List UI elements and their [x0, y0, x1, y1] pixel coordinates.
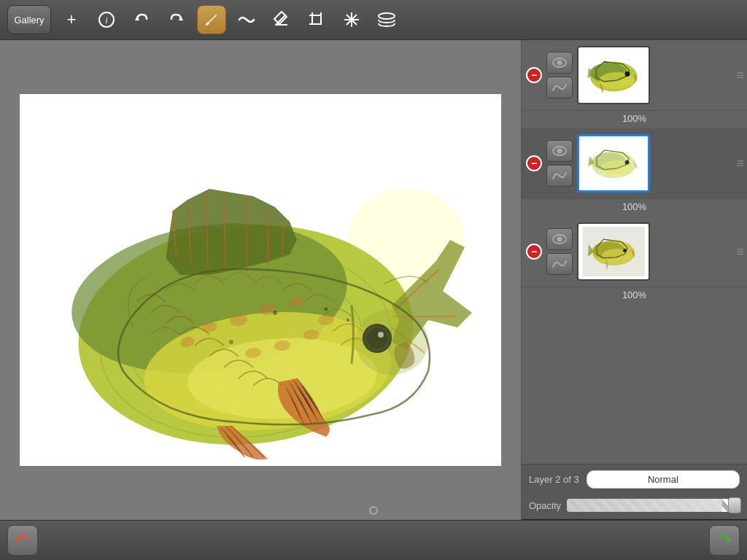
layer-opacity-display: 100% [522, 111, 747, 128]
layer-item: − [522, 128, 747, 199]
svg-point-52 [557, 149, 562, 154]
opacity-bar-row: Opacity [522, 494, 747, 519]
svg-point-50 [624, 71, 630, 77]
svg-marker-71 [15, 537, 21, 542]
layer-info-label: Layer 2 of 3 [529, 474, 579, 485]
layer-delete-button[interactable]: − [526, 244, 542, 260]
layer-thumbnail[interactable] [577, 222, 650, 281]
svg-point-64 [623, 249, 627, 252]
page-indicator [369, 506, 378, 515]
svg-point-40 [273, 311, 277, 315]
layer-controls [546, 52, 573, 98]
layer-visibility-button[interactable] [546, 140, 573, 162]
layer-delete-button[interactable]: − [526, 155, 542, 171]
layer-item: − [522, 40, 747, 111]
info-button[interactable]: i [92, 5, 121, 34]
opacity-slider-fill [567, 499, 722, 512]
layer-visibility-button[interactable] [546, 228, 573, 250]
layer-controls [546, 140, 573, 187]
layer-curve-button[interactable] [546, 253, 573, 275]
layer-visibility-button[interactable] [546, 52, 573, 74]
svg-point-30 [355, 309, 428, 375]
layer-info-bar: Layer 2 of 3 Normal [522, 464, 747, 494]
layers-panel: − [521, 40, 747, 560]
undo-button[interactable] [127, 5, 156, 34]
layer-curve-button[interactable] [546, 165, 573, 187]
gallery-button[interactable]: Gallery [7, 5, 51, 34]
smudge-button[interactable] [232, 5, 261, 34]
redo-bottom-button[interactable] [709, 525, 740, 556]
eraser-button[interactable] [267, 5, 296, 34]
layers-list: − [522, 40, 747, 464]
svg-text:i: i [105, 15, 108, 26]
layer-thumbnail[interactable] [577, 46, 650, 104]
undo-bottom-button[interactable] [7, 525, 38, 556]
opacity-label: Opacity [529, 500, 561, 511]
layer-drag-handle[interactable]: ≡ [736, 69, 744, 82]
svg-point-59 [557, 237, 562, 242]
blend-mode-button[interactable]: Normal [587, 470, 740, 489]
svg-marker-72 [726, 537, 732, 542]
layer-curve-button[interactable] [546, 77, 573, 98]
layer-controls [546, 228, 573, 275]
layer-drag-handle[interactable]: ≡ [736, 157, 744, 170]
layers-button[interactable] [372, 5, 401, 34]
layer-delete-button[interactable]: − [526, 67, 542, 83]
svg-point-43 [347, 319, 349, 322]
bottom-toolbar [0, 520, 747, 560]
layer-thumbnail[interactable] [577, 134, 650, 192]
brush-button[interactable] [197, 5, 226, 34]
opacity-slider-thumb[interactable] [728, 497, 741, 513]
layer-opacity-display: 100% [522, 199, 747, 217]
crop-button[interactable] [302, 5, 331, 34]
svg-point-42 [229, 340, 233, 344]
layer-opacity-display: 100% [522, 287, 747, 305]
add-button[interactable]: + [57, 5, 86, 34]
svg-point-45 [557, 61, 562, 66]
svg-point-57 [624, 160, 629, 164]
layer-item: − [522, 217, 747, 287]
top-toolbar: Gallery + i [0, 0, 747, 40]
canvas-area[interactable] [0, 40, 521, 520]
opacity-slider[interactable] [567, 499, 740, 512]
transform-button[interactable] [337, 5, 366, 34]
svg-point-41 [325, 308, 328, 311]
redo-button[interactable] [162, 5, 191, 34]
svg-point-13 [379, 13, 395, 19]
layer-drag-handle[interactable]: ≡ [736, 245, 744, 258]
canvas-paper[interactable] [20, 94, 501, 466]
